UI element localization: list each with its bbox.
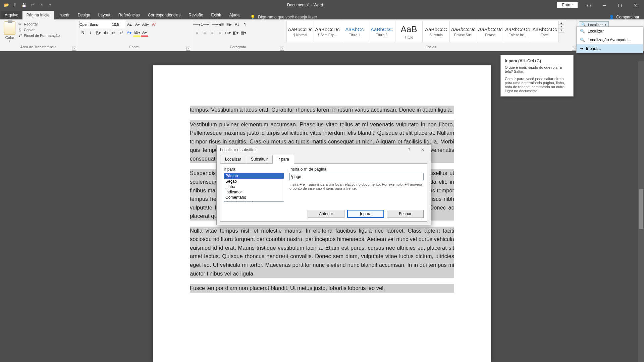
highlight-icon[interactable]: ab▾ [133,29,141,37]
shading-icon[interactable]: ◧▾ [232,29,239,37]
align-left-icon[interactable]: ≡ [193,29,201,37]
bullets-icon[interactable]: •―▾ [193,21,201,28]
style-item[interactable]: AaBbCcDc¶ Normal [286,21,314,42]
tab-home[interactable]: Página Inicial [22,11,54,19]
grow-font-icon[interactable]: A▴ [126,21,133,28]
goto-list-item[interactable]: Seção [224,179,284,184]
goto-list-item[interactable]: Indicador [224,189,284,195]
text-effects-icon[interactable]: A▾ [125,29,133,37]
new-icon[interactable]: 🗎 [12,2,18,8]
tab-help[interactable]: Ajuda [225,11,244,19]
tab-mailings[interactable]: Correspondências [144,11,184,19]
undo-icon[interactable]: ↶ [30,2,36,8]
menu-goto[interactable]: ➜Ir para... [577,44,643,53]
menu-find[interactable]: 🔍Localizar [577,27,643,36]
tab-review[interactable]: Revisão [184,11,207,19]
numbering-icon[interactable]: 1―▾ [201,21,209,28]
style-item[interactable]: AaBbCcCTítulo 2 [368,21,395,42]
tab-view[interactable]: Exibir [207,11,225,19]
dialog-tab-replace[interactable]: Substituir [246,155,273,164]
style-item[interactable]: AaBbCcCSubtítulo [422,21,450,42]
shrink-font-icon[interactable]: A▾ [134,21,141,28]
share-button[interactable]: 👤 Compartilhar [609,15,639,19]
goto-list-item[interactable]: Linha [224,184,284,189]
open-icon[interactable]: 📂 [3,2,9,8]
dialog-help-icon[interactable]: ? [405,147,414,152]
tab-references[interactable]: Referências [114,11,144,19]
pilcrow-icon[interactable]: ¶ [241,21,249,28]
dialog-tab-goto[interactable]: Ir para [272,155,294,164]
align-right-icon[interactable]: ≡ [209,29,216,37]
sign-in-button[interactable]: Entrar [557,2,578,8]
styles-more-icon[interactable]: ▾ [558,28,564,32]
dialog-close-icon[interactable]: ✕ [418,147,427,152]
multilevel-icon[interactable]: ⋮―▾ [209,21,217,28]
format-painter-button[interactable]: 🖌Pincel de Formatação [17,33,60,38]
tab-design[interactable]: Design [73,11,94,19]
goto-list-item[interactable]: Nota de rodapé [224,200,284,202]
qat-more-icon[interactable]: ▾ [47,2,53,8]
italic-button[interactable]: I [87,29,94,37]
clear-format-icon[interactable]: A⁄ [150,21,157,28]
paragraph[interactable]: tempus. Vestibulum a lacus erat. Curabit… [190,106,454,114]
minimize-icon[interactable]: ─ [597,0,612,10]
vertical-scrollbar[interactable] [638,61,644,362]
style-item[interactable]: AaBbCcDcÊnfase Int... [504,21,531,42]
style-item[interactable]: AaBbCcDcÊnfase [477,21,504,42]
style-item[interactable]: AaBbCcDcÊnfase Sutil [449,21,477,42]
goto-button[interactable]: Ir para [347,210,384,218]
goto-list-item[interactable]: Comentário [224,195,284,200]
style-item[interactable]: AaBTítulo [395,21,423,42]
goto-listbox[interactable]: PáginaSeçãoLinhaIndicadorComentárioNota … [224,173,284,202]
paste-button[interactable]: Colar ▾ [2,21,17,43]
dialog-titlebar[interactable]: Localizar e substituir ? ✕ [217,145,431,155]
outdent-icon[interactable]: ◀≡ [217,21,225,28]
subscript-button[interactable]: x₂ [110,29,117,37]
styles-up-icon[interactable]: ▴ [558,21,564,25]
styles-down-icon[interactable]: ▾ [558,25,564,28]
page-number-input[interactable] [289,173,424,180]
paragraph-launcher-icon[interactable]: ↘ [280,47,284,51]
scrollbar-thumb[interactable] [639,189,643,229]
bold-button[interactable]: N [79,29,87,37]
save-icon[interactable]: 💾 [21,2,27,8]
font-name-input[interactable] [79,21,111,28]
redo-icon[interactable]: ↷ [38,2,44,8]
superscript-button[interactable]: x² [118,29,125,37]
indent-icon[interactable]: ≡▶ [225,21,233,28]
menu-advanced-find[interactable]: 🔍Localização Avançada... [577,36,643,44]
dialog-tab-find[interactable]: Localizar [220,155,246,164]
font-size-input[interactable] [112,21,125,28]
paragraph[interactable]: Nulla vitae tempus nisl, et molestie mau… [190,227,454,278]
style-item[interactable]: AaBbCcDcForte [531,21,558,42]
previous-button[interactable]: Anterior [308,210,344,218]
chevron-down-icon[interactable]: ▾ [605,23,606,26]
sort-icon[interactable]: A↓ [233,21,241,28]
style-item[interactable]: AaBbCcTítulo 1 [341,21,368,42]
tab-insert[interactable]: Inserir [54,11,73,19]
copy-button[interactable]: ⎘Copiar [17,27,60,32]
styles-launcher-icon[interactable]: ↘ [572,47,576,51]
close-icon[interactable]: ✕ [628,0,643,10]
change-case-icon[interactable]: Aa▾ [142,21,149,28]
justify-icon[interactable]: ≡ [216,29,224,37]
strike-button[interactable]: abc [102,29,110,37]
goto-list-item[interactable]: Página [224,173,284,179]
maximize-icon[interactable]: ▢ [612,0,627,10]
chevron-down-icon[interactable]: ▾ [9,40,10,43]
clipboard-launcher-icon[interactable]: ↘ [72,47,76,51]
cut-button[interactable]: ✂Recortar [17,22,60,26]
font-launcher-icon[interactable]: ↘ [186,47,190,51]
tab-file[interactable]: Arquivo [1,11,22,19]
paragraph[interactable]: Fusce tempor diam non placerat blandit. … [190,284,454,293]
tell-me[interactable]: 💡 Diga-me o que você deseja fazer [250,15,317,19]
style-item[interactable]: AaBbCcDc¶ Sem Esp... [314,21,341,42]
align-center-icon[interactable]: ≡ [201,29,208,37]
close-button[interactable]: Fechar [387,210,424,218]
borders-icon[interactable]: ▦▾ [239,29,247,37]
line-spacing-icon[interactable]: ↕≡▾ [224,29,231,37]
ribbon-display-icon[interactable]: ▭ [582,0,596,10]
underline-button[interactable]: S▾ [95,29,102,37]
tab-layout[interactable]: Layout [94,11,114,19]
font-color-icon[interactable]: A▾ [141,29,148,37]
